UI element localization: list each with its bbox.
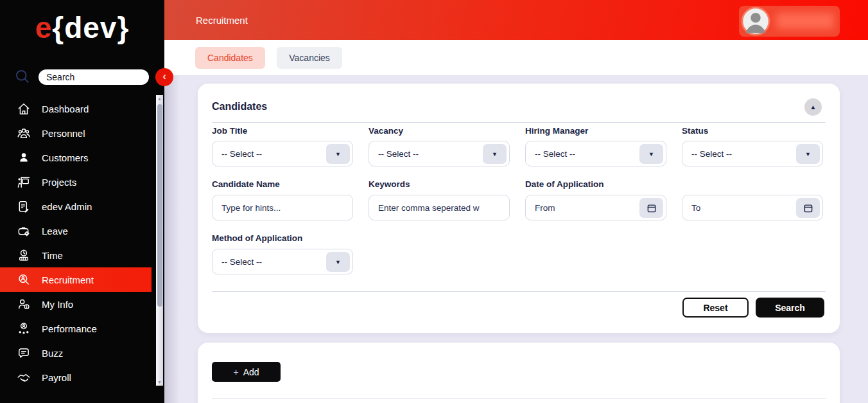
bag-gear-icon — [15, 224, 32, 238]
user-avatar-icon — [741, 6, 770, 36]
chevron-down-icon[interactable] — [326, 252, 350, 272]
status-select[interactable]: -- Select -- — [682, 141, 823, 166]
sidebar-item-projects[interactable]: Projects — [0, 170, 152, 194]
person-stars-icon — [15, 321, 32, 336]
filter-card-title: Candidates — [212, 101, 267, 112]
tab-candidates[interactable]: Candidates — [195, 47, 265, 69]
vacancy-selected-value: -- Select -- — [378, 149, 419, 159]
sidebar-item-label: Customers — [42, 152, 89, 163]
candidate-name-label: Candidate Name — [212, 179, 353, 189]
chevron-down-icon[interactable] — [326, 144, 350, 164]
calendar-icon[interactable] — [796, 198, 820, 218]
scrollbar-up-arrow-icon[interactable] — [156, 96, 163, 101]
sidebar: e{dev} Dashboard Personnel Customers — [0, 0, 164, 403]
sidebar-item-performance[interactable]: Performance — [0, 316, 152, 341]
top-header-bar: Recruitment — [164, 0, 868, 40]
candidate-name-input[interactable] — [213, 195, 352, 220]
chevron-down-icon[interactable] — [796, 144, 820, 164]
vacancy-select[interactable]: -- Select -- — [369, 141, 510, 166]
chat-bubble-icon — [15, 346, 32, 361]
document-edit-icon — [15, 199, 32, 214]
sidebar-item-label: Payroll — [42, 372, 71, 383]
keywords-field — [369, 195, 510, 220]
search-person-icon — [15, 273, 32, 287]
sidebar-item-edev-admin[interactable]: edev Admin — [0, 194, 152, 219]
scrollbar-thumb[interactable] — [157, 104, 162, 307]
person-icon — [15, 150, 32, 165]
sidebar-item-label: Performance — [42, 323, 97, 334]
sidebar-item-my-info[interactable]: My Info — [0, 292, 152, 316]
panel-collapse-button[interactable] — [804, 98, 822, 116]
sidebar-scrollbar[interactable] — [156, 95, 163, 386]
keywords-label: Keywords — [369, 179, 510, 189]
home-icon — [15, 102, 32, 116]
hiring-manager-select[interactable]: -- Select -- — [525, 141, 666, 166]
date-from-field — [525, 195, 666, 220]
handshake-icon — [15, 370, 32, 385]
sidebar-item-label: Time — [42, 250, 63, 261]
add-button-label: Add — [243, 367, 259, 377]
sidebar-item-label: Recruitment — [42, 274, 94, 285]
status-selected-value: -- Select -- — [691, 149, 732, 159]
sidebar-item-label: Leave — [42, 226, 68, 237]
keywords-input[interactable] — [369, 195, 509, 220]
edev-logo: e{dev} — [0, 10, 164, 45]
tab-vacancies[interactable]: Vacancies — [277, 47, 342, 69]
hiring-manager-label: Hiring Manager — [525, 126, 666, 136]
user-menu[interactable] — [739, 6, 840, 37]
sidebar-collapse-button[interactable] — [155, 68, 173, 86]
divider — [212, 399, 826, 399]
vacancy-label: Vacancy — [369, 126, 510, 136]
candidates-filter-card: Candidates Job Title Vacancy Hiring Mana… — [198, 84, 840, 333]
job-title-selected-value: -- Select -- — [221, 149, 262, 159]
method-of-application-label: Method of Application — [212, 233, 353, 243]
presentation-icon — [15, 175, 32, 190]
job-title-select[interactable]: -- Select -- — [212, 141, 353, 166]
sidebar-search-row — [0, 67, 164, 87]
sidebar-item-leave[interactable]: Leave — [0, 219, 152, 243]
app-window: e{dev} Dashboard Personnel Customers — [0, 0, 868, 403]
page-title: Recruitment — [196, 15, 248, 26]
people-group-icon — [15, 126, 32, 141]
status-label: Status — [682, 126, 823, 136]
sidebar-item-label: Dashboard — [42, 103, 89, 114]
divider — [212, 291, 826, 292]
plus-icon: + — [233, 367, 238, 377]
sidebar-item-payroll[interactable]: Payroll — [0, 365, 152, 390]
main-content: Candidates Job Title Vacancy Hiring Mana… — [164, 75, 868, 403]
sidebar-item-dashboard[interactable]: Dashboard — [0, 96, 152, 121]
hiring-manager-selected-value: -- Select -- — [535, 149, 575, 159]
sidebar-item-recruitment[interactable]: Recruitment — [0, 267, 152, 292]
sidebar-item-customers[interactable]: Customers — [0, 145, 152, 170]
scrollbar-down-arrow-icon[interactable] — [156, 380, 163, 384]
user-name-redacted — [776, 13, 834, 29]
date-to-field — [682, 195, 823, 220]
logo-e: e — [35, 11, 53, 44]
reset-button[interactable]: Reset — [682, 298, 749, 318]
module-tabbar: Candidates Vacancies — [164, 40, 868, 75]
add-candidate-button[interactable]: + Add — [212, 362, 281, 382]
sidebar-menu: Dashboard Personnel Customers Projects e… — [0, 96, 152, 390]
candidates-list-card: + Add — [198, 343, 840, 403]
search-icon — [14, 68, 31, 85]
sidebar-search-input[interactable] — [39, 69, 149, 85]
clock-icon — [15, 248, 32, 263]
date-of-application-label: Date of Application — [525, 179, 666, 189]
chevron-down-icon[interactable] — [483, 144, 507, 164]
sidebar-item-label: Projects — [42, 177, 76, 188]
candidate-name-field — [212, 195, 353, 220]
sidebar-item-personnel[interactable]: Personnel — [0, 121, 152, 145]
sidebar-item-label: Personnel — [42, 128, 85, 139]
method-selected-value: -- Select -- — [221, 257, 262, 267]
logo-dev: {dev} — [52, 11, 129, 44]
person-info-icon — [15, 297, 32, 312]
sidebar-item-time[interactable]: Time — [0, 243, 152, 267]
sidebar-item-buzz[interactable]: Buzz — [0, 341, 152, 365]
method-of-application-select[interactable]: -- Select -- — [212, 249, 353, 274]
search-button[interactable]: Search — [756, 298, 824, 318]
calendar-icon[interactable] — [639, 198, 663, 218]
divider — [212, 122, 826, 123]
chevron-down-icon[interactable] — [639, 144, 663, 164]
job-title-label: Job Title — [212, 126, 353, 136]
sidebar-item-label: My Info — [42, 299, 73, 310]
